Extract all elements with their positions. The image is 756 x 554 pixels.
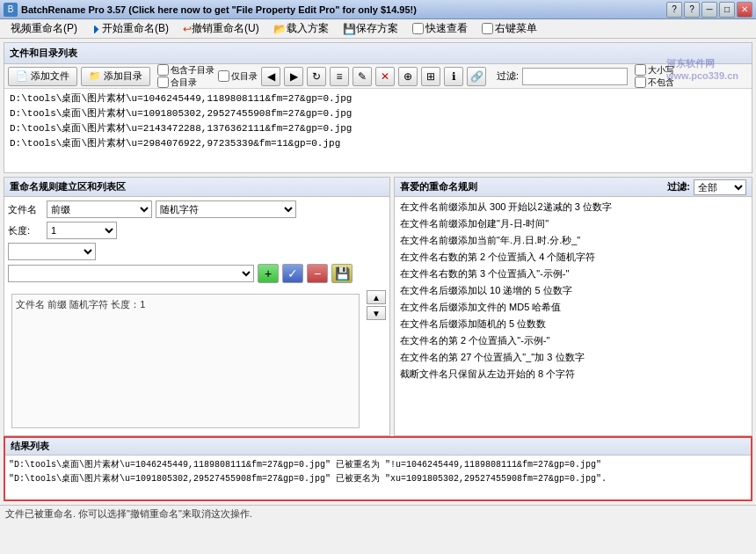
title-bar-text: BatchRename Pro 3.57 (Click here now to …	[21, 4, 666, 15]
close-button[interactable]: ✕	[737, 2, 752, 18]
menu-item-save[interactable]: 💾 保存方案	[336, 20, 405, 38]
file-list[interactable]: D:\tools\桌面\图片素材\u=1046245449,1189808111…	[4, 89, 752, 172]
nav-paste-button[interactable]: ⊞	[421, 67, 440, 86]
only-dir-label: 仅目录	[231, 70, 258, 83]
confirm-rule-button[interactable]: ✓	[282, 264, 303, 283]
include-all-checkbox[interactable]	[157, 77, 169, 88]
nav-down-button[interactable]: ▶	[284, 67, 303, 86]
type-select[interactable]: 随机字符	[156, 200, 296, 218]
menu-item-rename-video[interactable]: 视频重命名(P)	[4, 20, 84, 38]
beloved-item[interactable]: 在文件名前缀添加从 300 开始以2递减的 3 位数字	[396, 199, 750, 215]
beloved-item[interactable]: 在文件名右数的第 3 个位置插入"-示例-"	[396, 266, 750, 282]
add-file-button[interactable]: 📄 添加文件	[8, 67, 77, 86]
filter-label: 过滤:	[497, 69, 519, 83]
beloved-item[interactable]: 在文件名的第 27 个位置插入"_"加 3 位数字	[396, 349, 750, 366]
add-dir-icon: 📁	[89, 70, 101, 82]
results-title: 结果列表	[11, 440, 49, 453]
include-all-row: 合目录	[157, 77, 214, 89]
nav-info-button[interactable]: ℹ	[444, 67, 463, 86]
minimize-button[interactable]: ─	[701, 2, 717, 18]
include-all-label: 合目录	[171, 77, 197, 89]
beloved-item[interactable]: 在文件名后缀添加以 10 递增的 5 位数字	[396, 282, 750, 299]
file-list-item[interactable]: D:\tools\桌面\图片素材\u=2143472288,1376362111…	[8, 120, 748, 135]
move-down-button[interactable]: ▼	[367, 306, 386, 320]
beloved-item[interactable]: 在文件名前缀添加创建"月-日-时间"	[396, 215, 750, 232]
file-list-item[interactable]: D:\tools\桌面\图片素材\u=1091805302,2952745590…	[8, 106, 748, 120]
menu-item-undo-rename[interactable]: ↩ 撤销重命名(U)	[176, 20, 266, 38]
filter-options: 大小写 不包含	[635, 64, 674, 89]
add-rule-button[interactable]: +	[258, 264, 279, 283]
beloved-rules-panel: 喜爱的重命名规则 过滤: 全部 在文件名前缀添加从 300 开始以2递减的 3 …	[394, 177, 752, 436]
quickview-checkbox[interactable]	[412, 23, 424, 34]
rules-form: 文件名 前缀 随机字符 长度: 1	[4, 197, 389, 290]
preview-box: 文件名 前缀 随机字符 长度：1	[11, 294, 360, 428]
main-area: 文件和目录列表 📄 添加文件 📁 添加目录 包含子目录 合目录	[0, 39, 756, 522]
include-subdir-row: 包含子目录	[157, 64, 214, 77]
length-row: 长度: 1	[8, 222, 386, 239]
results-list[interactable]: "D:\tools\桌面\图片素材\u=1046245449,118980811…	[5, 456, 751, 499]
dir-options-2: 仅目录	[218, 70, 258, 83]
not-contain-row: 不包含	[635, 77, 674, 89]
nav-edit-button[interactable]: ✎	[353, 67, 372, 86]
menu-item-contextmenu[interactable]: 右键菜单	[475, 20, 544, 38]
file-list-item[interactable]: D:\tools\桌面\图片素材\u=1046245449,1189808111…	[8, 91, 748, 106]
nav-copy-button[interactable]: ⊕	[398, 67, 418, 86]
filter-input[interactable]	[522, 68, 628, 85]
contextmenu-checkbox[interactable]	[482, 23, 493, 34]
dir-options: 包含子目录 合目录	[157, 64, 214, 89]
beloved-item[interactable]: 在文件名后缀添加随机的 5 位数数	[396, 316, 750, 332]
add-dir-button[interactable]: 📁 添加目录	[81, 67, 150, 86]
restore-button[interactable]: □	[719, 2, 735, 18]
middle-section: 重命名规则建立区和列表区 文件名 前缀 随机字符 长度: 1	[4, 177, 752, 436]
extra-select-2[interactable]	[8, 265, 254, 282]
beloved-item[interactable]: 在文件名后缀添加文件的 MD5 哈希值	[396, 299, 750, 316]
beloved-item[interactable]: 截断文件名只保留从左边开始的 8 个字符	[396, 366, 750, 383]
rename-rules-header: 重命名规则建立区和列表区	[4, 178, 389, 197]
nav-sort-button[interactable]: ≡	[330, 67, 349, 86]
status-bar: 文件已被重命名. 你可以选择"撤销重命名"来取消这次操作.	[0, 505, 756, 522]
extra-select-1[interactable]	[8, 243, 96, 260]
include-subdir-checkbox[interactable]	[157, 64, 169, 76]
filename-row: 文件名 前缀 随机字符	[8, 200, 386, 218]
beloved-item[interactable]: 在文件名右数的第 2 个位置插入 4 个随机字符	[396, 249, 750, 266]
case-sensitive-checkbox[interactable]	[635, 64, 646, 76]
only-dir-row: 仅目录	[218, 70, 258, 83]
save-rule-button[interactable]: 💾	[331, 264, 353, 283]
beloved-item[interactable]: 在文件名的第 2 个位置插入"-示例-"	[396, 332, 750, 349]
rename-rules-title: 重命名规则建立区和列表区	[10, 180, 126, 193]
nav-refresh-button[interactable]: ↻	[307, 67, 326, 86]
beloved-item[interactable]: 在文件名前缀添加当前"年.月.日.时.分.秒_"	[396, 232, 750, 249]
beloved-filter-row: 过滤: 全部	[667, 179, 746, 195]
beloved-filter-label: 过滤:	[667, 180, 690, 193]
add-file-icon: 📄	[16, 70, 28, 82]
case-sensitive-row: 大小写	[635, 64, 674, 77]
beloved-list[interactable]: 在文件名前缀添加从 300 开始以2递减的 3 位数字 在文件名前缀添加创建"月…	[395, 197, 752, 435]
not-contain-checkbox[interactable]	[635, 77, 646, 88]
nav-link-button[interactable]: 🔗	[467, 67, 486, 86]
results-item: "D:\tools\桌面\图片素材\u=1091805302,295274559…	[9, 471, 747, 485]
rename-rules-panel: 重命名规则建立区和列表区 文件名 前缀 随机字符 长度: 1	[4, 177, 390, 436]
help-button-1[interactable]: ?	[666, 2, 682, 18]
nav-up-button[interactable]: ◀	[261, 67, 280, 86]
file-section: 文件和目录列表 📄 添加文件 📁 添加目录 包含子目录 合目录	[4, 42, 752, 173]
status-text: 文件已被重命名. 你可以选择"撤销重命名"来取消这次操作.	[5, 507, 252, 521]
results-header: 结果列表	[5, 438, 751, 456]
only-dir-checkbox[interactable]	[218, 70, 229, 82]
results-item: "D:\tools\桌面\图片素材\u=1046245449,118980811…	[9, 457, 747, 471]
help-button-2[interactable]: ?	[684, 2, 700, 18]
menu-item-load[interactable]: 📂 载入方案	[266, 20, 336, 38]
move-up-button[interactable]: ▲	[367, 290, 386, 304]
extra-row-2: + ✓ − 💾	[8, 264, 386, 283]
filename-select[interactable]: 前缀	[47, 200, 152, 218]
up-down-buttons: ▲ ▼	[367, 290, 386, 432]
delete-rule-button[interactable]: −	[307, 264, 328, 283]
length-select[interactable]: 1	[47, 222, 117, 239]
menu-item-start-rename[interactable]: ⏵ 开始重命名(B)	[84, 20, 176, 38]
include-subdir-label: 包含子目录	[171, 64, 214, 77]
file-section-title: 文件和目录列表	[10, 47, 77, 60]
menu-item-quickview[interactable]: 快速查看	[405, 20, 475, 38]
beloved-filter-select[interactable]: 全部	[694, 179, 746, 195]
file-list-item[interactable]: D:\tools\桌面\图片素材\u=2984076922,97235339&f…	[8, 135, 748, 150]
filename-label: 文件名	[8, 203, 43, 216]
nav-delete-button[interactable]: ✕	[375, 67, 395, 86]
